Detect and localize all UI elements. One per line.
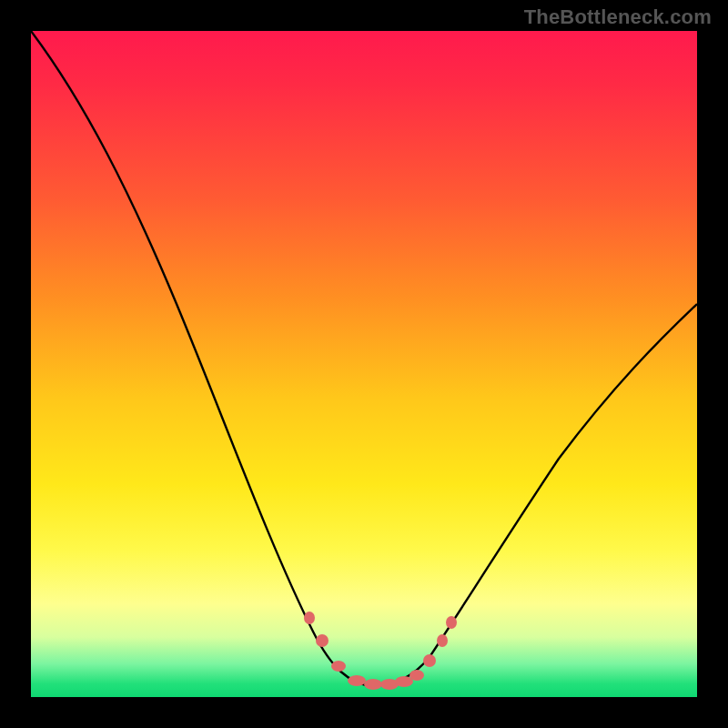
marker-dot [410, 670, 424, 681]
chart-svg [31, 31, 697, 697]
marker-dot [423, 654, 436, 667]
watermark-text: TheBottleneck.com [524, 5, 712, 29]
marker-dot [446, 616, 457, 629]
marker-dot [348, 675, 366, 686]
marker-dot [316, 634, 329, 647]
marker-dot [304, 612, 315, 624]
outer-frame: TheBottleneck.com [0, 0, 728, 728]
bottleneck-curve [31, 31, 697, 686]
plot-area [31, 31, 697, 697]
marker-dot [364, 679, 382, 690]
marker-dot [437, 634, 448, 647]
marker-dot [331, 661, 346, 672]
